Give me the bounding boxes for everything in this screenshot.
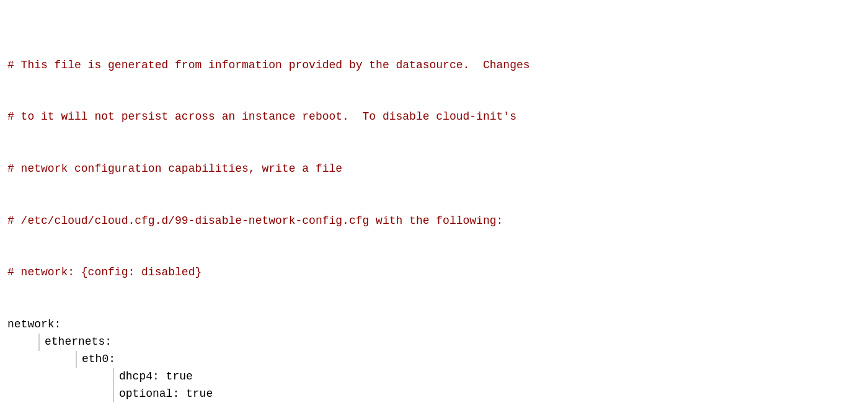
vline (113, 368, 114, 386)
line-text: optional: true (119, 386, 213, 403)
content-block: network:ethernets:eth0:dhcp4: trueoption… (7, 299, 861, 403)
line-text: ethernets: (45, 334, 112, 351)
line-text: dhcp4: true (119, 368, 193, 386)
content-line-3: dhcp4: true (7, 368, 861, 386)
content-line-1: ethernets: (7, 334, 861, 351)
vline (113, 386, 114, 403)
vline (76, 351, 77, 368)
content-line-2: eth0: (7, 351, 861, 368)
code-viewer: # This file is generated from informatio… (7, 5, 861, 299)
line-text: network: (7, 316, 61, 334)
comment-line-3: # network configuration capabilities, wr… (7, 161, 861, 178)
comment-line-4: # /etc/cloud/cloud.cfg.d/99-disable-netw… (7, 213, 861, 230)
comment-line-5: # network: {config: disabled} (7, 264, 861, 281)
comment-line-1: # This file is generated from informatio… (7, 57, 861, 74)
content-line-0: network: (7, 316, 861, 334)
comment-line-2: # to it will not persist across an insta… (7, 108, 861, 126)
line-text: eth0: (82, 351, 115, 368)
vline (38, 334, 40, 351)
content-line-4: optional: true (7, 386, 861, 403)
